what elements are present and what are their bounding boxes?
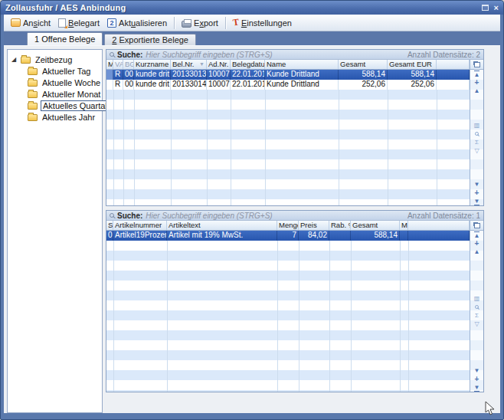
col-header-bg[interactable]: BG bbox=[123, 60, 134, 69]
search-tool-button[interactable] bbox=[470, 130, 483, 138]
scroll-down-button[interactable]: ▼ bbox=[470, 180, 483, 189]
search-placeholder: Hier Suchbegriff eingeben (STRG+S) bbox=[146, 51, 272, 59]
row-append-button[interactable]: + bbox=[470, 189, 483, 197]
window-title: Zollausfuhr / AES Anbindung bbox=[5, 3, 126, 12]
client-area: Ansicht Belegart 2 Aktualisieren Export … bbox=[4, 15, 500, 413]
scroll-to-top-button[interactable]: ▲ bbox=[470, 70, 483, 78]
col-header-belnr[interactable]: Bel.Nr.▼ bbox=[171, 60, 207, 69]
scroll-down-button[interactable]: ▼ bbox=[470, 366, 483, 375]
toolbar-separator bbox=[225, 17, 226, 29]
col-header-artikeltext[interactable]: Artikeltext bbox=[167, 221, 277, 230]
col-header-gesamt[interactable]: Gesamt bbox=[339, 60, 388, 69]
tab-strip: 1 Offene Belege 2 Exportierte Belege bbox=[4, 31, 500, 45]
document-row-selected[interactable]: R 00 kunde drit 20133013 10007 22.01.201… bbox=[106, 70, 470, 80]
belegart-button[interactable]: Belegart bbox=[54, 17, 103, 29]
filter-tool-button[interactable]: ▽ bbox=[470, 146, 483, 155]
export-button[interactable]: Export bbox=[178, 17, 222, 29]
expander-icon[interactable]: ◢ bbox=[11, 57, 18, 63]
scroll-up-button[interactable]: ▲ bbox=[470, 248, 483, 256]
search-label: Suche: bbox=[117, 212, 142, 220]
tab-offene-belege[interactable]: 1 Offene Belege bbox=[27, 32, 103, 45]
tree-item-label-selected: Aktuelles Quartal bbox=[41, 100, 110, 111]
documents-search-bar[interactable]: Suche: Hier Suchbegriff eingeben (STRG+S… bbox=[106, 50, 483, 60]
tree-root-zeitbezug[interactable]: ◢ Zeitbezug bbox=[8, 54, 102, 65]
col-header-gesamt-eur[interactable]: Gesamt EUR bbox=[388, 60, 437, 69]
folder-open-icon bbox=[28, 103, 38, 110]
layout-icon[interactable]: ▥ bbox=[470, 121, 483, 130]
sum-tool-button[interactable]: Σ bbox=[470, 311, 483, 320]
documents-grid: Suche: Hier Suchbegriff eingeben (STRG+S… bbox=[106, 49, 484, 206]
items-grid-sidebar: ▲ + ▲ ▥ Σ ▽ ▼ + ▼ bbox=[470, 221, 483, 392]
column-chooser-button[interactable] bbox=[470, 60, 483, 70]
item-row-selected[interactable]: 0 Artikel19Prozent Artikel mit 19% MwSt.… bbox=[106, 231, 470, 241]
items-grid-empty-area bbox=[106, 241, 470, 392]
folder-icon bbox=[28, 114, 38, 121]
scroll-to-bottom-button[interactable]: ▼ bbox=[470, 197, 483, 205]
tree-item-aktuelles-quartal[interactable]: Aktuelles Quartal bbox=[8, 100, 102, 111]
column-chooser-icon bbox=[474, 223, 480, 228]
col-header-filler bbox=[408, 221, 470, 230]
tree-item-aktueller-tag[interactable]: Aktueller Tag bbox=[8, 65, 102, 77]
col-header-m[interactable]: M bbox=[400, 221, 408, 230]
col-header-name[interactable]: Name bbox=[265, 60, 339, 69]
einstellungen-label: Einstellungen bbox=[241, 18, 292, 28]
scroll-to-top-button[interactable]: ▲ bbox=[470, 231, 483, 239]
filter-tool-button[interactable]: ▽ bbox=[470, 320, 483, 328]
col-header-m[interactable]: M bbox=[106, 60, 113, 69]
column-chooser-button[interactable] bbox=[470, 221, 483, 231]
col-header-rab[interactable]: Rab. % bbox=[329, 221, 351, 230]
tree-item-label: Aktuelles Jahr bbox=[41, 113, 97, 122]
folder-icon bbox=[28, 68, 38, 75]
col-header-gesamt[interactable]: Gesamt bbox=[351, 221, 400, 230]
col-header-artikelnummer[interactable]: Artikelnummer bbox=[113, 221, 167, 230]
items-header-row: S Artikelnummer Artikeltext Menge Preis … bbox=[106, 221, 470, 231]
col-header-adnr[interactable]: Ad.Nr. bbox=[207, 60, 231, 69]
ansicht-button[interactable]: Ansicht bbox=[7, 17, 54, 29]
content-area: ◢ Zeitbezug Aktueller Tag Aktuelle Woche… bbox=[4, 45, 500, 413]
col-header-filler bbox=[437, 60, 470, 69]
col-header-belegdatum[interactable]: Belegdatum bbox=[231, 60, 265, 69]
tree-item-label: Aktueller Monat bbox=[41, 90, 102, 99]
tree-item-aktueller-monat[interactable]: Aktueller Monat bbox=[8, 88, 102, 100]
items-grid: Suche: Hier Suchbegriff eingeben (STRG+S… bbox=[106, 210, 484, 392]
search-tool-button[interactable] bbox=[470, 303, 483, 311]
col-header-preis[interactable]: Preis bbox=[299, 221, 329, 230]
tab-exportierte-belege[interactable]: 2 Exportierte Belege bbox=[104, 34, 196, 45]
col-header-s[interactable]: S bbox=[106, 221, 113, 230]
view-icon bbox=[11, 18, 21, 27]
search-label: Suche: bbox=[117, 51, 142, 59]
col-header-va[interactable]: VA bbox=[113, 60, 123, 69]
tree-root-label: Zeitbezug bbox=[34, 55, 74, 64]
col-header-kurzname[interactable]: Kurzname bbox=[134, 60, 171, 69]
belegart-label: Belegart bbox=[68, 18, 100, 28]
ansicht-label: Ansicht bbox=[23, 18, 51, 28]
mouse-cursor bbox=[485, 401, 496, 416]
restore-icon[interactable] bbox=[482, 5, 489, 11]
row-append-button[interactable]: + bbox=[470, 375, 483, 383]
tree-item-aktuelles-jahr[interactable]: Aktuelles Jahr bbox=[8, 111, 102, 123]
row-insert-button[interactable]: + bbox=[470, 239, 483, 248]
magnifier-icon bbox=[475, 305, 479, 309]
aktualisieren-button[interactable]: 2 Aktualisieren bbox=[103, 17, 171, 29]
document-row[interactable]: R 00 kunde drit 20133014 10007 22.01.201… bbox=[106, 80, 470, 90]
search-icon bbox=[110, 52, 114, 57]
items-search-bar[interactable]: Suche: Hier Suchbegriff eingeben (STRG+S… bbox=[106, 211, 483, 221]
close-icon[interactable]: × bbox=[494, 4, 499, 11]
record-count: Anzahl Datensätze: 1 bbox=[407, 212, 480, 220]
document-icon bbox=[58, 18, 66, 28]
settings-tool-icon: T bbox=[232, 17, 240, 29]
refresh-icon: 2 bbox=[107, 18, 116, 28]
scroll-to-bottom-button[interactable]: ▼ bbox=[470, 383, 483, 392]
einstellungen-button[interactable]: T Einstellungen bbox=[229, 15, 296, 30]
sort-desc-icon: ▼ bbox=[199, 60, 205, 69]
sum-tool-button[interactable]: Σ bbox=[470, 138, 483, 146]
documents-grid-empty-area bbox=[106, 90, 470, 205]
col-header-menge[interactable]: Menge bbox=[277, 221, 299, 230]
scroll-up-button[interactable]: ▲ bbox=[470, 87, 483, 95]
row-insert-button[interactable]: + bbox=[470, 78, 483, 87]
search-placeholder: Hier Suchbegriff eingeben (STRG+S) bbox=[146, 212, 272, 220]
layout-icon[interactable]: ▥ bbox=[470, 294, 483, 303]
tree-item-aktuelle-woche[interactable]: Aktuelle Woche bbox=[8, 77, 102, 88]
record-count: Anzahl Datensätze: 2 bbox=[407, 51, 480, 59]
time-filter-tree: ◢ Zeitbezug Aktueller Tag Aktuelle Woche… bbox=[7, 49, 103, 413]
